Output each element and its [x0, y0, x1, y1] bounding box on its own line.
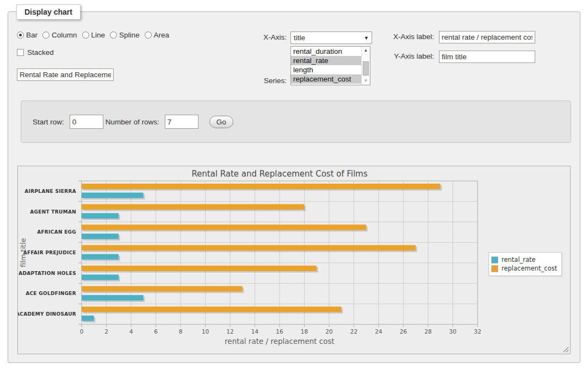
y-axis-label-label: Y-Axis label:: [394, 52, 434, 60]
svg-text:22: 22: [350, 328, 357, 335]
num-rows-label: Number of rows:: [106, 118, 159, 126]
svg-text:28: 28: [424, 328, 431, 335]
series-option-length[interactable]: length: [291, 65, 370, 74]
x-axis-select-label: X-Axis:: [263, 33, 287, 41]
svg-text:AFFAIR PREJUDICE: AFFAIR PREJUDICE: [23, 250, 76, 255]
chevron-down-icon: ▼: [364, 35, 369, 41]
chart-legend: rental_ratereplacement_cost: [488, 252, 562, 276]
start-row-input[interactable]: [70, 115, 103, 129]
x-axis-label-label: X-Axis label:: [393, 33, 434, 41]
radio-area[interactable]: Area: [145, 31, 170, 39]
chart-container: Rental Rate and Replacement Cost of Film…: [17, 166, 571, 354]
svg-text:0: 0: [80, 328, 84, 335]
num-rows-input[interactable]: [165, 115, 199, 129]
legend-swatch: [491, 256, 498, 264]
svg-text:18: 18: [301, 328, 308, 335]
start-row-label: Start row:: [33, 118, 64, 126]
scroll-down-icon[interactable]: ▼: [362, 77, 370, 85]
legend-swatch: [491, 265, 498, 272]
series-multiselect[interactable]: rental_duration rental_rate length repla…: [290, 46, 370, 85]
svg-text:16: 16: [276, 328, 283, 335]
svg-text:Rental Rate and Replacement Co: Rental Rate and Replacement Cost of Film…: [191, 169, 368, 179]
y-axis-label-input[interactable]: [439, 51, 535, 63]
svg-text:AIRPLANE SIERRA: AIRPLANE SIERRA: [24, 189, 76, 194]
legend-label: rental_rate: [502, 256, 536, 264]
panel-legend: Display chart: [16, 4, 81, 20]
radio-column[interactable]: Column: [42, 31, 77, 39]
svg-text:24: 24: [375, 328, 382, 335]
svg-text:rental rate / replacement cost: rental rate / replacement cost: [225, 337, 335, 346]
radio-bar[interactable]: Bar: [17, 31, 38, 39]
svg-text:30: 30: [449, 328, 456, 335]
svg-text:8: 8: [179, 328, 183, 335]
x-axis-label-input[interactable]: [439, 31, 535, 43]
svg-text:20: 20: [325, 328, 332, 335]
legend-entry: replacement_cost: [491, 265, 557, 272]
svg-text:ACE GOLDFINGER: ACE GOLDFINGER: [26, 291, 76, 296]
display-chart-panel: Display chart Bar Column Line Spline Are…: [8, 11, 580, 363]
series-option-rental-duration[interactable]: rental_duration: [291, 47, 370, 56]
radio-icon: [110, 32, 117, 39]
x-axis-selected-value: title: [294, 34, 364, 42]
scrollbar-thumb[interactable]: [363, 61, 369, 76]
checkbox-icon: [17, 49, 24, 56]
chart-title-input[interactable]: [17, 68, 114, 81]
svg-text:4: 4: [129, 328, 133, 335]
radio-selected-icon: [17, 32, 24, 39]
svg-text:26: 26: [400, 328, 407, 335]
x-axis-select[interactable]: title ▼: [290, 32, 372, 44]
radio-spline[interactable]: Spline: [110, 31, 140, 39]
svg-text:AGENT TRUMAN: AGENT TRUMAN: [30, 209, 76, 215]
svg-text:2: 2: [104, 328, 108, 335]
svg-text:12: 12: [226, 328, 233, 335]
resize-grip-icon[interactable]: [563, 347, 569, 353]
legend-entry: rental_rate: [491, 256, 557, 264]
svg-text:10: 10: [202, 328, 209, 335]
svg-text:14: 14: [251, 328, 259, 335]
scrollbar[interactable]: ▲ ▼: [361, 47, 370, 85]
stacked-checkbox[interactable]: Stacked: [17, 48, 54, 57]
svg-text:film title: film title: [19, 238, 27, 267]
radio-icon: [82, 32, 89, 39]
svg-text:ACADEMY DINOSAUR: ACADEMY DINOSAUR: [18, 311, 76, 317]
radio-icon: [42, 32, 49, 39]
svg-text:6: 6: [154, 328, 158, 335]
go-button[interactable]: Go: [209, 116, 233, 128]
scroll-up-icon[interactable]: ▲: [362, 47, 370, 54]
svg-text:32: 32: [474, 328, 481, 335]
series-option-replacement-cost[interactable]: replacement_cost: [291, 74, 370, 84]
radio-line[interactable]: Line: [82, 31, 106, 39]
svg-text:AFRICAN EGG: AFRICAN EGG: [37, 229, 76, 235]
chart-type-radio-group: Bar Column Line Spline Area: [17, 31, 174, 39]
legend-label: replacement_cost: [502, 265, 557, 272]
series-option-rental-rate[interactable]: rental_rate: [291, 56, 370, 65]
svg-text:ADAPTATION HOLES: ADAPTATION HOLES: [18, 271, 76, 276]
radio-icon: [145, 32, 152, 39]
row-range-panel: Start row: Number of rows: Go: [21, 101, 571, 143]
series-list-label: Series:: [264, 77, 287, 85]
bar-chart: Rental Rate and Replacement Cost of Film…: [18, 166, 570, 354]
